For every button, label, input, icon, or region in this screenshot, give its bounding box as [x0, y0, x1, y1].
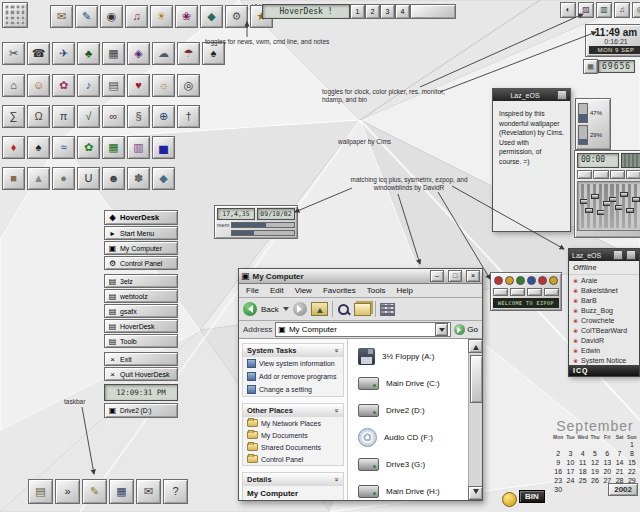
drive-item[interactable]: Main Drive (H:): [358, 478, 468, 500]
page-button[interactable]: 1: [350, 4, 365, 19]
minimize-button[interactable]: [613, 250, 623, 260]
eq-slider[interactable]: [581, 184, 584, 228]
next-button[interactable]: [626, 170, 640, 179]
views-button[interactable]: [380, 303, 395, 316]
contact-item[interactable]: ❀ColTBearWard: [569, 325, 639, 335]
indicator-dot[interactable]: [549, 276, 558, 285]
music-icon[interactable]: ♫: [125, 5, 148, 28]
page-button[interactable]: 3: [380, 4, 395, 19]
mail-icon[interactable]: ✉: [50, 5, 73, 28]
omega-icon[interactable]: Ω: [27, 105, 50, 128]
vertical-scrollbar[interactable]: [468, 339, 482, 500]
spade-card-icon[interactable]: ♠: [27, 136, 50, 159]
eq-slider[interactable]: [593, 184, 596, 228]
drive-item[interactable]: Drive3 (G:): [358, 451, 468, 478]
bin-toggle-icon[interactable]: ◎: [632, 2, 640, 18]
cmd-icon[interactable]: »: [55, 479, 80, 504]
clock-toggle-icon[interactable]: ◐: [560, 2, 576, 18]
ezpop-button[interactable]: [544, 288, 559, 296]
globe-icon[interactable]: ⊕: [152, 105, 175, 128]
news-icon[interactable]: ▤: [28, 479, 53, 504]
indicator-dot[interactable]: [527, 276, 536, 285]
task-link[interactable]: Add or remove programs: [243, 370, 343, 383]
drive-item[interactable]: Audio CD (F:): [358, 424, 468, 451]
indicator-dot[interactable]: [538, 276, 547, 285]
document-icon[interactable]: ▤: [102, 74, 125, 97]
flower-icon[interactable]: ❀: [175, 5, 198, 28]
menu-bar-item[interactable]: File: [241, 286, 264, 295]
target-icon[interactable]: ◎: [177, 74, 200, 97]
scrollbar-thumb[interactable]: [470, 355, 482, 403]
counter-icon[interactable]: ▦: [583, 59, 598, 74]
explorer-titlebar[interactable]: ▣ My Computer – □ ×: [239, 269, 482, 284]
address-dropdown-button[interactable]: [435, 323, 448, 336]
sum-icon[interactable]: ∑: [2, 105, 25, 128]
home-icon[interactable]: ⌂: [2, 74, 25, 97]
contact-item[interactable]: ❀Edwin: [569, 345, 639, 355]
eq-slider[interactable]: [599, 184, 602, 228]
menu-bar-item[interactable]: Edit: [265, 286, 289, 295]
menu-bar-item[interactable]: Help: [391, 286, 417, 295]
close-button[interactable]: [626, 250, 636, 260]
section-header[interactable]: System Tasks «: [243, 344, 343, 357]
close-button[interactable]: ×: [466, 270, 480, 282]
contact-item[interactable]: ❀System Notice: [569, 355, 639, 365]
bin-badge[interactable]: BIN: [519, 490, 545, 503]
contact-item[interactable]: ❀Crowchete: [569, 315, 639, 325]
scroll-up-button[interactable]: [468, 339, 482, 353]
ezpop-button[interactable]: [493, 288, 508, 296]
help-icon[interactable]: ?: [163, 479, 188, 504]
rgb-grid-icon[interactable]: ▦: [102, 136, 125, 159]
pause-button[interactable]: [593, 170, 608, 179]
place-link[interactable]: My Network Places: [243, 417, 343, 429]
cube-icon[interactable]: ◆: [152, 167, 175, 190]
phone-icon[interactable]: ☎: [27, 42, 50, 65]
eq-slider[interactable]: [587, 184, 590, 228]
go-button[interactable]: Go: [454, 324, 478, 335]
blocks-icon[interactable]: ▅: [152, 136, 175, 159]
place-link[interactable]: My Documents: [243, 429, 343, 441]
grid-launcher-icon[interactable]: [2, 2, 28, 28]
menu-bar-item[interactable]: Tools: [362, 286, 391, 295]
contact-item[interactable]: ❀DavidR: [569, 335, 639, 345]
heart-icon[interactable]: ♥: [127, 74, 150, 97]
indicator-dot[interactable]: [505, 276, 514, 285]
close-button[interactable]: [557, 90, 567, 100]
menu-item[interactable]: ▤HoverDesk: [104, 319, 178, 333]
page-button[interactable]: 4: [395, 4, 410, 19]
asterisk-icon[interactable]: ✽: [127, 167, 150, 190]
menu-item[interactable]: ▤gsafx: [104, 304, 178, 318]
indicator-dot[interactable]: [516, 276, 525, 285]
vwm-icon[interactable]: ▦: [109, 479, 134, 504]
up-button[interactable]: [311, 302, 328, 316]
infinity-icon[interactable]: ∞: [102, 105, 125, 128]
gem-icon[interactable]: ◆: [200, 5, 223, 28]
laz-titlebar[interactable]: Laz_eOS: [493, 89, 570, 101]
leaf-icon[interactable]: ✿: [77, 136, 100, 159]
diamond-icon[interactable]: ◈: [127, 42, 150, 65]
scrollbar-track[interactable]: [469, 353, 482, 486]
sun2-icon[interactable]: ☼: [152, 74, 175, 97]
place-link[interactable]: Shared Documents: [243, 441, 343, 453]
resmonitor-icon[interactable]: ▥: [596, 2, 612, 18]
address-input[interactable]: ▣ My Computer: [275, 322, 451, 337]
camera-icon[interactable]: ◉: [100, 5, 123, 28]
section-icon[interactable]: §: [127, 105, 150, 128]
hoverdesk-menu-title[interactable]: ◈ HoverDesk: [104, 210, 178, 225]
sun-icon[interactable]: ☀: [150, 5, 173, 28]
eq-slider[interactable]: [616, 184, 619, 228]
play-button[interactable]: [577, 170, 592, 179]
indicator-dot[interactable]: [494, 276, 503, 285]
menu-item[interactable]: ▸Start Menu: [104, 226, 178, 240]
person-icon[interactable]: ☻: [102, 167, 125, 190]
forward-button[interactable]: [293, 302, 307, 316]
ezpop-button[interactable]: [527, 288, 542, 296]
page-button[interactable]: 2: [365, 4, 380, 19]
back-dropdown-icon[interactable]: [283, 307, 289, 314]
eq-knob[interactable]: [632, 197, 640, 202]
menu-item[interactable]: ▤webtoolz: [104, 289, 178, 303]
drive-item[interactable]: Drive2 (D:): [358, 397, 468, 424]
search-button[interactable]: [337, 303, 350, 316]
cone-icon[interactable]: ▲: [27, 167, 50, 190]
umbrella-icon[interactable]: ☂: [177, 42, 200, 65]
